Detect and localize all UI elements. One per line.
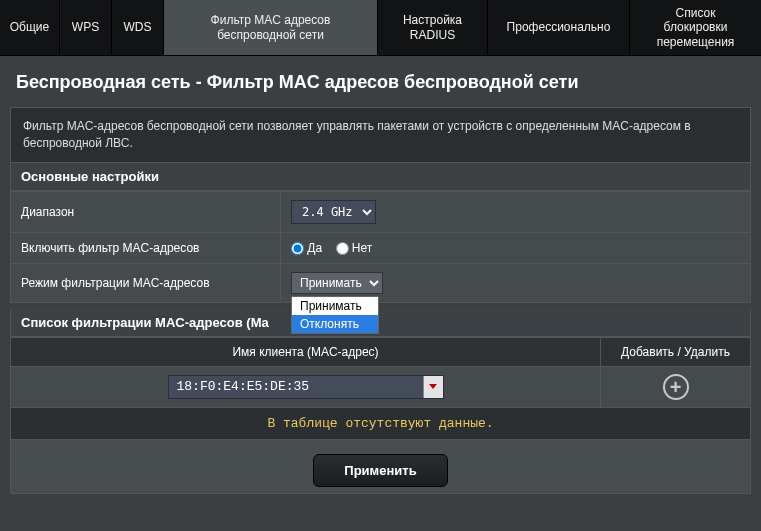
tab-radius[interactable]: Настройка RADIUS (378, 0, 488, 55)
table-row: 18:F0:E4:E5:DE:35 + (11, 366, 751, 407)
row-enable-label: Включить фильтр MAC-адресов (11, 232, 281, 263)
col-action: Добавить / Удалить (601, 337, 751, 366)
mode-option-reject[interactable]: Отклонять (292, 315, 378, 333)
band-select[interactable]: 2.4 GHz (291, 200, 376, 224)
mode-option-accept[interactable]: Принимать (292, 297, 378, 315)
description: Фильтр MAC-адресов беспроводной сети поз… (10, 107, 751, 163)
add-icon[interactable]: + (663, 374, 689, 400)
row-mode-value: Принимать Принимать Отклонять (281, 263, 751, 302)
mode-select[interactable]: Принимать (291, 272, 383, 294)
mac-input-text[interactable]: 18:F0:E4:E5:DE:35 (169, 376, 423, 398)
settings-table: Диапазон 2.4 GHz Включить фильтр MAC-адр… (10, 191, 751, 303)
enable-no-label[interactable]: Нет (336, 241, 373, 255)
enable-yes-radio[interactable] (291, 242, 304, 255)
tab-roaming-blocklist[interactable]: Список блокировки перемещения (630, 0, 761, 55)
tab-wps[interactable]: WPS (60, 0, 112, 55)
mode-dropdown-popup: Принимать Отклонять (291, 296, 379, 334)
enable-yes-text: Да (307, 241, 322, 255)
empty-message: В таблице отсутствуют данные. (11, 407, 751, 439)
row-band-value: 2.4 GHz (281, 191, 751, 232)
tab-professional[interactable]: Профессионально (488, 0, 630, 55)
tab-mac-filter[interactable]: Фильтр MAC адресов беспроводной сети (164, 0, 378, 55)
apply-row: Применить (11, 440, 750, 493)
mac-dropdown-button[interactable] (423, 376, 443, 398)
section-basic-header: Основные настройки (10, 163, 751, 191)
row-mode-label: Режим фильтрации MAC-адресов (11, 263, 281, 302)
mac-input[interactable]: 18:F0:E4:E5:DE:35 (168, 375, 444, 399)
row-band-label: Диапазон (11, 191, 281, 232)
apply-button[interactable]: Применить (313, 454, 447, 487)
mac-list-table: Имя клиента (MAC-адрес) Добавить / Удали… (10, 337, 751, 440)
section-list-header: Список фильтрации MAC-адресов (Ma (10, 309, 751, 337)
tab-wds[interactable]: WDS (112, 0, 164, 55)
enable-no-radio[interactable] (336, 242, 349, 255)
enable-no-text: Нет (352, 241, 372, 255)
enable-yes-label[interactable]: Да (291, 241, 322, 255)
table-empty-row: В таблице отсутствуют данные. (11, 407, 751, 439)
page-title: Беспроводная сеть - Фильтр MAC адресов б… (10, 72, 751, 93)
col-client-name: Имя клиента (MAC-адрес) (11, 337, 601, 366)
tab-general[interactable]: Общие (0, 0, 60, 55)
tab-bar: Общие WPS WDS Фильтр MAC адресов беспров… (0, 0, 761, 56)
row-enable-value: Да Нет (281, 232, 751, 263)
